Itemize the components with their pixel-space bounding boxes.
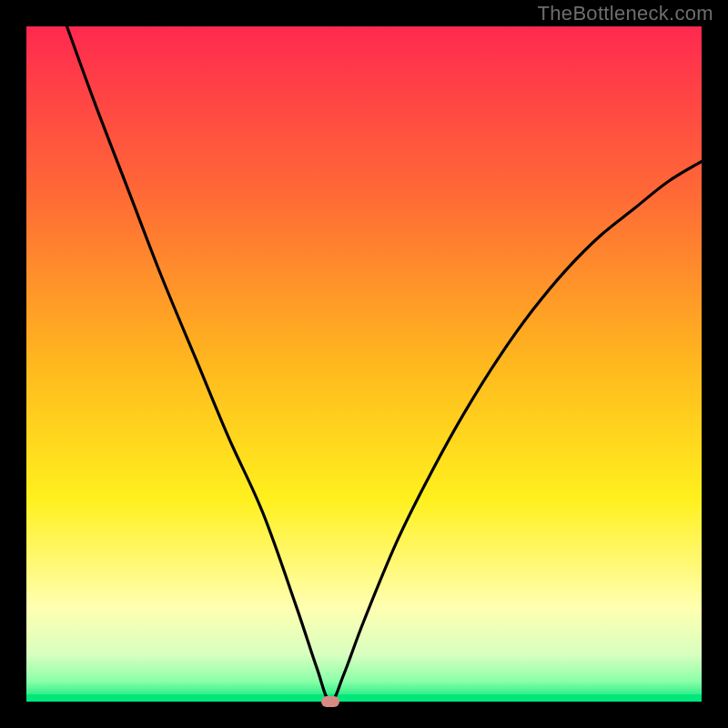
plot-area [26, 26, 702, 702]
optimum-marker [321, 696, 339, 707]
watermark-text: TheBottleneck.com [538, 2, 713, 25]
chart-frame: TheBottleneck.com [0, 0, 728, 728]
bottleneck-curve [26, 26, 702, 702]
